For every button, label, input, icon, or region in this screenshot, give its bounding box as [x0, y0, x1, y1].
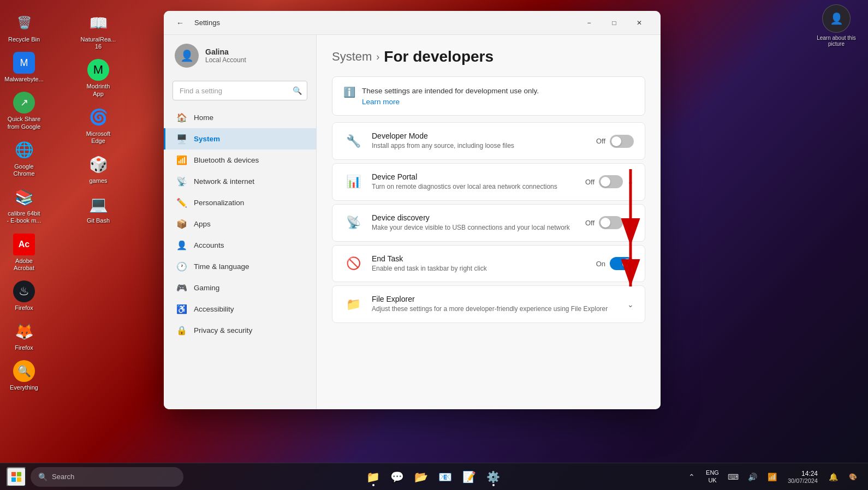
search-icon: 🔍 — [293, 86, 302, 95]
volume-icon[interactable]: 🔊 — [744, 468, 762, 486]
sidebar-item-home[interactable]: 🏠 Home — [164, 107, 316, 128]
end-task-toggle-knob — [622, 259, 632, 268]
device-discovery-info: Device discovery Make your device visibl… — [372, 213, 576, 232]
personalization-icon: ✏️ — [176, 198, 187, 208]
sidebar-item-gaming[interactable]: 🎮 Gaming — [164, 277, 316, 298]
end-task-title: End Task — [372, 254, 587, 263]
device-discovery-card: 📡 Device discovery Make your device visi… — [332, 204, 645, 242]
info-box: ℹ️ These settings are intended for devel… — [332, 76, 645, 116]
learn-more-link[interactable]: Learn more — [362, 98, 400, 106]
sidebar-item-accessibility[interactable]: ♿ Accessibility — [164, 298, 316, 320]
desktop-icon-ms-edge[interactable]: 🌀 Microsoft Edge — [79, 104, 118, 147]
desktop-icon-git-bash[interactable]: 💻 Git Bash — [79, 191, 118, 226]
taskbar-app-file-explorer[interactable]: 📁 — [362, 466, 384, 488]
developer-mode-toggle-knob — [611, 136, 621, 146]
chevron-up-button[interactable]: ⌃ — [683, 468, 700, 486]
desktop-icon-games[interactable]: 🎲 games — [79, 151, 118, 187]
keyboard-icon[interactable]: ⌨ — [724, 468, 742, 486]
desktop-icon-modrinth[interactable]: M Modrinth App — [79, 57, 118, 99]
desktop-icon-malwarebytes[interactable]: M Malwarebyte... — [4, 50, 44, 85]
sidebar-item-network-label: Network & internet — [194, 177, 254, 186]
sidebar-item-personalization[interactable]: ✏️ Personalization — [164, 192, 316, 213]
desktop-icon-google-chrome[interactable]: 🌐 Google Chrome — [4, 137, 44, 180]
back-button[interactable]: ← — [173, 15, 188, 31]
desktop-icon-steam[interactable]: ♨ Firefox — [4, 278, 44, 314]
quick-share-label: Quick Share from Google — [7, 116, 41, 130]
start-button[interactable] — [7, 467, 26, 487]
taskbar-search[interactable]: 🔍 Search — [31, 467, 183, 487]
steam-label: Firefox — [15, 304, 33, 312]
settings-active-dot — [492, 484, 495, 486]
file-explorer-card: 📁 File Explorer Adjust these settings fo… — [332, 285, 645, 323]
notification-icon[interactable]: 🔔 — [824, 468, 842, 486]
avatar: 👤 — [175, 44, 199, 68]
desktop-icon-everything[interactable]: 🔍 Everything — [4, 358, 44, 393]
top-right-corner: 👤 Learn about this picture — [809, 4, 864, 47]
calibre-label: calibre 64bit - E-book m... — [7, 210, 41, 224]
device-portal-info: Device Portal Turn on remote diagnostics… — [372, 172, 576, 192]
color-icon[interactable]: 🎨 — [844, 468, 861, 486]
taskbar-app-teams[interactable]: 💬 — [387, 466, 408, 488]
end-task-toggle[interactable] — [610, 257, 634, 270]
user-profile[interactable]: 👤 Galina Local Account — [164, 35, 316, 76]
end-task-icon: 🚫 — [343, 256, 363, 271]
language-indicator[interactable]: ENG UK — [703, 467, 722, 486]
file-explorer-row[interactable]: 📁 File Explorer Adjust these settings fo… — [332, 286, 645, 322]
desktop-icon-naturalreader[interactable]: 📖 NaturalRea... 16 — [79, 10, 118, 52]
taskbar-app-mail[interactable]: 📧 — [435, 466, 456, 488]
maximize-button[interactable]: □ — [602, 14, 627, 32]
sidebar-item-bluetooth[interactable]: 📶 Bluetooth & devices — [164, 150, 316, 171]
device-portal-title: Device Portal — [372, 172, 576, 181]
close-button[interactable]: ✕ — [627, 14, 652, 32]
sidebar-item-time-language[interactable]: 🕐 Time & language — [164, 256, 316, 277]
file-explorer-info: File Explorer Adjust these settings for … — [372, 295, 619, 314]
sidebar-item-network[interactable]: 📡 Network & internet — [164, 171, 316, 192]
device-portal-icon: 📊 — [343, 175, 363, 189]
window-title: Settings — [194, 19, 570, 27]
device-portal-toggle[interactable] — [599, 175, 623, 188]
user-type: Local Account — [205, 56, 305, 64]
gaming-icon: 🎮 — [176, 283, 187, 293]
desktop-icon-adobe[interactable]: Ac Adobe Acrobat — [4, 231, 44, 274]
clock[interactable]: 14:24 30/07/2024 — [783, 470, 822, 484]
privacy-icon: 🔒 — [176, 325, 187, 336]
bluetooth-icon: 📶 — [176, 155, 187, 165]
taskbar-app-lexicon[interactable]: 📝 — [459, 466, 480, 488]
device-discovery-toggle[interactable] — [599, 216, 623, 229]
sidebar-item-apps[interactable]: 📦 Apps — [164, 213, 316, 235]
games-icon: 🎲 — [87, 153, 109, 175]
taskbar-app-files[interactable]: 📂 — [411, 466, 432, 488]
device-discovery-title: Device discovery — [372, 213, 576, 222]
developer-mode-control: Off — [596, 135, 634, 148]
device-discovery-chevron[interactable]: ⌄ — [627, 218, 634, 227]
desktop-icon-quick-share[interactable]: ↗ Quick Share from Google — [4, 89, 44, 132]
system-icon: 🖥️ — [176, 134, 187, 144]
developer-mode-toggle[interactable] — [610, 135, 634, 148]
breadcrumb: System › For developers — [332, 48, 645, 65]
desktop-icon-recycle-bin[interactable]: 🗑️ Recycle Bin — [4, 10, 44, 45]
firefox-label: Firefox — [15, 344, 33, 351]
file-explorer-chevron[interactable]: ⌄ — [627, 300, 634, 309]
network-taskbar-icon[interactable]: 📶 — [764, 468, 781, 486]
sidebar-item-system[interactable]: 🖥️ System — [164, 128, 316, 150]
minimize-button[interactable]: − — [576, 14, 602, 32]
device-portal-chevron[interactable]: ⌄ — [627, 177, 634, 186]
file-explorer-desc: Adjust these settings for a more develop… — [372, 304, 619, 314]
end-task-info: End Task Enable end task in taskbar by r… — [372, 254, 587, 273]
learn-picture-icon[interactable]: 👤 — [822, 4, 851, 33]
files-icon: 📂 — [414, 470, 428, 483]
end-task-row: 🚫 End Task Enable end task in taskbar by… — [332, 246, 645, 282]
file-explorer-active-dot — [372, 484, 374, 486]
lexicon-icon: 📝 — [462, 470, 476, 483]
desktop-icon-firefox[interactable]: 🦊 Firefox — [4, 318, 44, 354]
search-input[interactable] — [173, 81, 307, 100]
desktop-icon-calibre[interactable]: 📚 calibre 64bit - E-book m... — [4, 184, 44, 226]
device-portal-status: Off — [585, 178, 594, 186]
svg-rect-6 — [17, 477, 21, 482]
svg-rect-4 — [17, 472, 21, 476]
sidebar-item-accounts[interactable]: 👤 Accounts — [164, 235, 316, 256]
sidebar-item-privacy-label: Privacy & security — [194, 326, 252, 334]
sidebar-item-privacy-security[interactable]: 🔒 Privacy & security — [164, 320, 316, 341]
taskbar-app-settings[interactable]: ⚙️ — [483, 466, 504, 488]
sidebar-item-bluetooth-label: Bluetooth & devices — [194, 156, 259, 164]
